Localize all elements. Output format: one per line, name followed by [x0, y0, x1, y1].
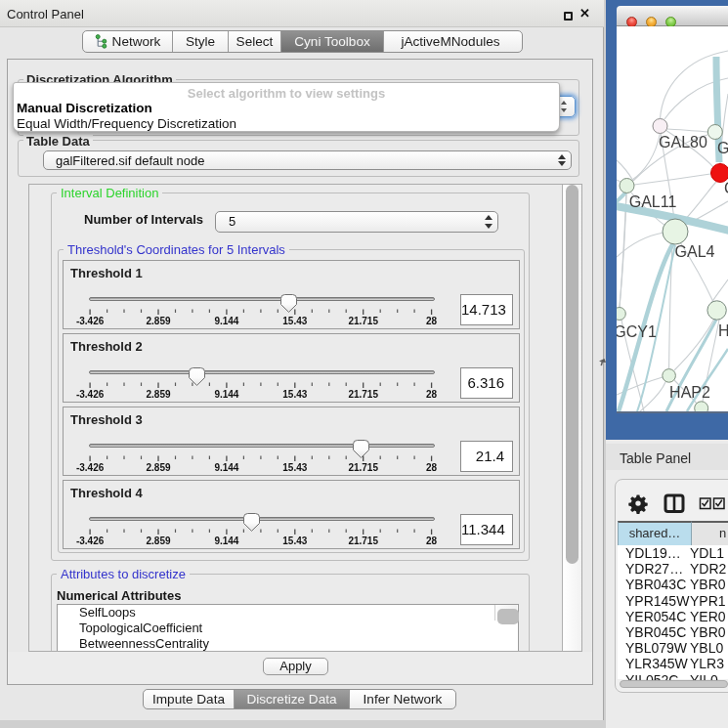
svg-text:HAP2: HAP2 [669, 384, 710, 401]
svg-text:GAL2: GAL2 [717, 140, 728, 156]
svg-text:GAL11: GAL11 [629, 193, 677, 210]
svg-text:HIS: HIS [718, 322, 728, 339]
svg-text:CY: CY [724, 180, 728, 196]
svg-text:GAL80: GAL80 [659, 134, 707, 150]
svg-text:GAL4: GAL4 [675, 243, 715, 260]
svg-text:GCY1: GCY1 [617, 323, 657, 340]
